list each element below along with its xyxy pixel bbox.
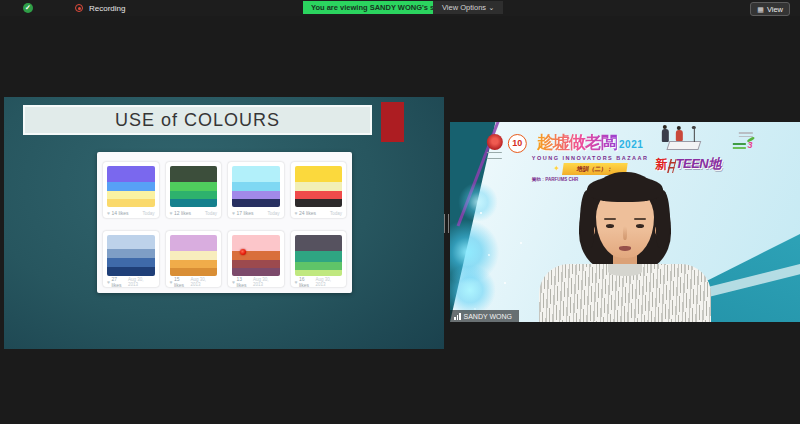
- palette-stripe: [170, 166, 218, 182]
- palette-grid: ♥14 likesToday♥12 likesToday♥17 likesTod…: [103, 162, 346, 287]
- palette-card: ♥14 likesToday: [103, 162, 159, 218]
- palette-image: [107, 166, 155, 207]
- palette-caption: ♥16 likesAug 30, 2013: [295, 278, 343, 286]
- palette-date: Today: [330, 211, 342, 216]
- palette-date: Today: [205, 211, 217, 216]
- palette-stripe: [232, 199, 280, 207]
- cartoon-figure-icon: [676, 130, 683, 141]
- palette-stripe: [107, 191, 155, 199]
- slide-accent-bar: [381, 102, 404, 142]
- palette-stripe: [295, 182, 343, 190]
- palette-likes: 15 likes: [174, 276, 191, 288]
- backdrop-sparkles: [480, 212, 482, 214]
- palette-stripe: [107, 267, 155, 276]
- palette-stripe: [107, 182, 155, 190]
- panel-resize-handle[interactable]: [444, 214, 449, 233]
- palette-image: [170, 235, 218, 276]
- palette-date: Aug 30, 2013: [253, 277, 279, 287]
- participant-name-tag: SANDY WONG: [450, 310, 519, 322]
- laser-pointer-dot: [240, 249, 246, 255]
- palette-stripe: [232, 268, 280, 276]
- palette-caption: ♥14 likesToday: [107, 209, 155, 217]
- palette-card: ♥17 likesToday: [228, 162, 284, 218]
- palette-caption: ♥13 likesAug 30, 2013: [232, 278, 280, 286]
- speaker-video-tile[interactable]: 10 趁墟做老闆 2021 YOUNG INNOVATORS BAZAAR ✦ …: [450, 122, 800, 322]
- heart-icon: ♥: [170, 280, 173, 285]
- palette-date: Aug 30, 2013: [191, 277, 217, 287]
- palette-stripe: [170, 268, 218, 276]
- cartoon-desk-icon: [666, 141, 701, 150]
- palette-card: ♥12 likesToday: [166, 162, 222, 218]
- cartoon-mic-icon: [694, 128, 696, 142]
- palette-card: ♥27 likesAug 30, 2013: [103, 231, 159, 287]
- recording-label: Recording: [89, 4, 125, 13]
- organizer-logo-text: [487, 152, 502, 159]
- palette-stripe: [107, 258, 155, 267]
- view-button[interactable]: ▦ View: [750, 2, 790, 16]
- palette-panel: ♥14 likesToday♥12 likesToday♥17 likesTod…: [97, 152, 352, 293]
- palette-stripe: [170, 260, 218, 268]
- grid-view-icon: ▦: [757, 6, 764, 13]
- palette-likes: 14 likes: [111, 210, 128, 216]
- palette-date: Today: [267, 211, 279, 216]
- partner-caption: [739, 132, 753, 134]
- palette-stripe: [295, 235, 343, 251]
- event-year: 2021: [619, 139, 643, 150]
- presenter-eye: [636, 224, 644, 228]
- palette-stripe: [232, 260, 280, 268]
- palette-stripe: [295, 166, 343, 182]
- recording-icon[interactable]: [75, 4, 83, 12]
- palette-caption: ♥15 likesAug 30, 2013: [170, 278, 218, 286]
- palette-caption: ♥12 likesToday: [170, 209, 218, 217]
- slide-title: USE of COLOURS: [23, 105, 372, 135]
- partner-logo: 3: [733, 141, 753, 154]
- presenter-mouth: [619, 246, 631, 251]
- palette-likes: 17 likes: [236, 210, 253, 216]
- participant-name: SANDY WONG: [464, 313, 513, 320]
- presenter-nose: [623, 226, 627, 240]
- presenter-eye: [606, 224, 614, 228]
- palette-image: [107, 235, 155, 276]
- organizer-logo: [487, 131, 503, 159]
- heart-icon: ♥: [170, 211, 173, 216]
- palette-image: [232, 235, 280, 276]
- palette-stripe: [232, 191, 280, 199]
- palette-image: [295, 166, 343, 207]
- presenter-eyebrow: [634, 218, 646, 220]
- palette-stripe: [170, 235, 218, 251]
- palette-stripe: [170, 199, 218, 207]
- view-button-label: View: [767, 5, 783, 14]
- palette-likes: 13 likes: [236, 276, 253, 288]
- presenter: [530, 162, 720, 322]
- palette-caption: ♥17 likesToday: [232, 209, 280, 217]
- view-options-menu[interactable]: View Options ⌄: [433, 1, 503, 14]
- presenter-fringe: [587, 176, 663, 202]
- partner-logo-block: 3: [733, 132, 753, 154]
- palette-card: ♥16 likesAug 30, 2013: [291, 231, 347, 287]
- presenter-collar: [608, 264, 642, 276]
- heart-icon: ♥: [232, 211, 235, 216]
- palette-stripe: [295, 199, 343, 207]
- cartoon-figure-icon: [662, 129, 669, 142]
- palette-stripe: [232, 235, 280, 251]
- backdrop-glow: [458, 182, 498, 222]
- palette-stripe: [295, 262, 343, 270]
- recording-dot: [78, 7, 81, 10]
- palette-caption: ♥24 likesToday: [295, 209, 343, 217]
- audio-level-icon: [454, 313, 461, 320]
- palette-stripe: [107, 166, 155, 182]
- palette-stripe: [295, 251, 343, 261]
- heart-icon: ♥: [107, 211, 110, 216]
- palette-stripe: [170, 182, 218, 190]
- palette-likes: 27 likes: [111, 276, 128, 288]
- presenter-hair-side: [656, 190, 670, 248]
- palette-image: [295, 235, 343, 276]
- palette-likes: 16 likes: [299, 276, 316, 288]
- palette-card: ♥13 likesAug 30, 2013: [228, 231, 284, 287]
- event-subtitle: YOUNG INNOVATORS BAZAAR: [532, 155, 649, 161]
- heart-icon: ♥: [107, 280, 110, 285]
- palette-stripe: [107, 199, 155, 207]
- palette-date: Aug 30, 2013: [316, 277, 342, 287]
- palette-caption: ♥27 likesAug 30, 2013: [107, 278, 155, 286]
- palette-stripe: [232, 182, 280, 190]
